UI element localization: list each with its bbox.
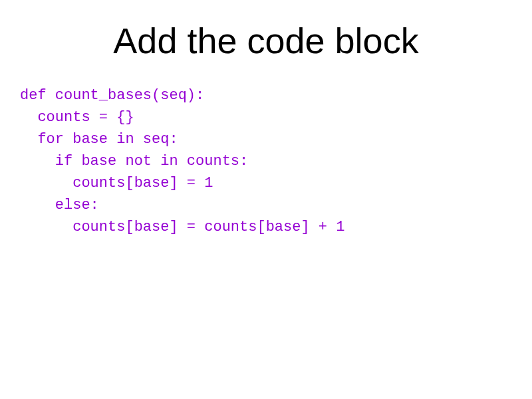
slide-title: Add the code block [13, 20, 519, 61]
code-block: def count_bases(seq): counts = {} for ba… [13, 84, 519, 238]
slide-container: Add the code block def count_bases(seq):… [0, 0, 532, 399]
